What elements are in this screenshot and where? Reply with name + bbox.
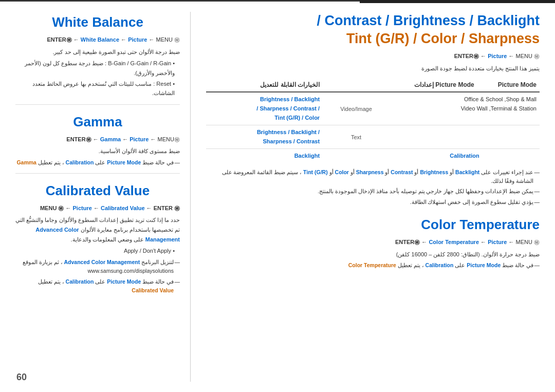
page-number: 60 (16, 372, 27, 383)
wb-bullet-list: B-Gain / G-Gain / R-Gain : ضبط درجة سطوع… (15, 59, 180, 98)
ct-note-pm: Picture Mode (467, 262, 501, 268)
main-content: White Balance ENTER㊙ ← White Balance ← P… (0, 2, 555, 392)
right-nav: ENTER㊙ ← Picture ← MENU ㊙ (206, 52, 540, 61)
ct-note-on: على (453, 262, 465, 268)
cv-nav-sep1: ← (94, 205, 101, 211)
cv-note1-acm: Advanced Color Management (64, 259, 140, 265)
row2-type: Text (323, 125, 390, 149)
gamma-note-text: في حالة ضبط (141, 159, 174, 165)
th-pm-right: Picture Mode (477, 78, 540, 92)
cv-note2-rest: ، يتم تعطيل (38, 278, 64, 285)
cv-bullet1: Apply / Don't Apply (15, 246, 175, 256)
ct-nav-enter: ENTER㊙ ← (395, 239, 427, 245)
note1-tint: Tint (G/R) (303, 169, 328, 175)
ct-nav-ct: Color Temperature (429, 239, 479, 245)
wb-nav-picture: Picture (128, 36, 147, 43)
left-column: White Balance ENTER㊙ ← White Balance ← P… (15, 12, 190, 382)
gamma-note-cal: Calibration (66, 159, 94, 165)
cv-note1-pre: لتنزيل البرنامج (140, 259, 174, 265)
note2-text: يمكن ضبط الإعدادات وحفظها لكل جهاز خارجي… (318, 188, 533, 194)
note1-sharpness: Sharpness (356, 169, 384, 175)
table-row-text: / Brightness / BacklightSharpness / Cont… (206, 125, 540, 149)
cv-note2-cv: Calibrated Value (132, 287, 174, 293)
ct-note-cal: Calibration (425, 262, 454, 268)
cv-note2-cal: Calibration (66, 278, 94, 285)
table-row-video: Brightness / Backlight/ Sharpness / Cont… (206, 92, 540, 125)
gamma-desc1: ضبط مستوى كافة الألوان الأساسية. (15, 146, 180, 156)
ct-note-pre: في حالة ضبط (501, 262, 533, 268)
divider1 (15, 104, 180, 105)
cv-nav: MENU ㊙ ← Picture ← Calibrated Value ← EN… (15, 204, 180, 213)
table-row-calibration: Backlight Calibration (206, 149, 540, 163)
right-column: / Contrast / Brightness / Backlight Tint… (190, 12, 540, 382)
color-temp-title: Color Temperature (206, 217, 540, 233)
cv-note2-on: على (94, 278, 105, 285)
note1-text: عند إجراء تغييرات على (479, 169, 533, 175)
cv-note1: لتنزيل البرنامج Advanced Color Managemen… (15, 258, 180, 275)
th-options: الخيارات القابلة للتعديل (206, 78, 323, 92)
right-nav-picture: Picture (488, 53, 507, 59)
gamma-nav-enter: ENTER㊙ ← (66, 136, 98, 142)
gamma-title: Gamma (15, 114, 180, 130)
wb-bullet2: Reset : مناسب للبيئات التي تُستخدم بها ع… (15, 79, 175, 98)
table-header-row: الخيارات القابلة للتعديل إعدادات Picture… (206, 78, 540, 92)
th-type (323, 78, 390, 92)
right-main-title: / Contrast / Brightness / Backlight Tint… (206, 12, 540, 48)
note1: عند إجراء تغييرات على Backlight أو Brigh… (206, 168, 540, 185)
ct-note: في حالة ضبط Picture Mode على Calibration… (206, 261, 540, 270)
row2-modes (390, 125, 540, 149)
cv-note2-pre: في حالة ضبط (141, 278, 174, 285)
ct-note-rest: ، يتم تعطيل (396, 262, 424, 268)
gamma-note-pm: Picture Mode (107, 159, 141, 165)
wb-nav-sep1: ← (121, 36, 128, 43)
row2-options: / Brightness / BacklightSharpness / Cont… (206, 125, 323, 149)
row3-calibration: Calibration (390, 149, 540, 163)
cv-bullet-list: Apply / Don't Apply (15, 246, 180, 256)
cv-nav-picture: Picture (73, 205, 92, 211)
cv-desc2-text: على وضعي المعلومات والدعاية. (70, 236, 143, 242)
note1-or1: أو (448, 169, 454, 175)
gamma-note-rest: ، يتم تعطيل (36, 159, 64, 165)
white-balance-nav: ENTER㊙ ← White Balance ← Picture ← MENU … (15, 35, 180, 44)
note1-color: Color (335, 169, 349, 175)
gamma-nav-gamma: Gamma (100, 136, 121, 142)
color-temp-section: Color Temperature ENTER㊙ ← Color Tempera… (206, 217, 540, 270)
right-title-line1: / Contrast / Brightness / Backlight (206, 12, 540, 30)
cv-apply: Apply (124, 248, 138, 254)
cv-note2: في حالة ضبط Picture Mode على Calibration… (15, 277, 180, 295)
cv-nav-sep2: ← (146, 205, 154, 211)
ct-nav: ENTER㊙ ← Color Temperature ← Picture ← M… (206, 238, 540, 247)
note1-or3: أو (384, 169, 390, 175)
gamma-nav-picture: Picture (130, 136, 149, 142)
gamma-note-on: على (94, 159, 105, 165)
note1-or2: أو (413, 169, 419, 175)
row3-backlight: Backlight (206, 149, 323, 163)
gamma-nav-sep1: ← (122, 136, 130, 142)
top-border-right (360, 0, 555, 3)
wb-bullet2-text: : مناسب للبيئات التي تُستخدم بها عروض ال… (32, 81, 175, 97)
right-desc: يتميز هذا المنتج بخيارات متعددة لضبط جود… (206, 64, 540, 73)
page-container: White Balance ENTER㊙ ← White Balance ← P… (0, 0, 555, 392)
ct-nav-picture: Picture (488, 239, 507, 245)
cv-nav-enter: MENU ㊙ ← (40, 205, 71, 211)
note1-or5: أو (328, 169, 334, 175)
calibrated-value-title: Calibrated Value (15, 183, 180, 199)
row3-empty (323, 149, 390, 163)
note2: يمكن ضبط الإعدادات وحفظها لكل جهاز خارجي… (206, 187, 540, 196)
note1-contrast: Contrast (391, 169, 413, 175)
right-nav-enter: ENTER㊙ ← (454, 53, 486, 59)
row1-options: Brightness / Backlight/ Sharpness / Cont… (206, 92, 323, 125)
note1-backlight: Backlight (455, 169, 479, 175)
cv-desc1: حدد ما إذا كنت تريد تطبيق إعدادات السطوع… (15, 215, 180, 244)
ct-nav-sep1: ← (480, 239, 488, 245)
wb-bullet1: B-Gain / G-Gain / R-Gain : ضبط درجة سطوع… (15, 59, 175, 78)
cv-dont: Don't Apply (143, 248, 171, 254)
wb-desc1: ضبط درجة الألوان حتى تبدو الصورة طبيعية … (15, 47, 180, 57)
ct-note-ct: Color Temperature (348, 262, 396, 268)
ct-desc1: ضبط درجة حرارة الألوان. (النطاق: 2800 كل… (206, 250, 540, 259)
gamma-nav-sep2: ← MENU㊙ (151, 136, 180, 142)
note3: يؤدي تقليل سطوع الصورة إلى خفض استهلاك ا… (206, 198, 540, 207)
gamma-note: في حالة ضبط Picture Mode على Calibration… (15, 158, 180, 167)
cv-nav-cv: Calibrated Value (101, 205, 145, 211)
row1-type: Video/Image (323, 92, 390, 125)
